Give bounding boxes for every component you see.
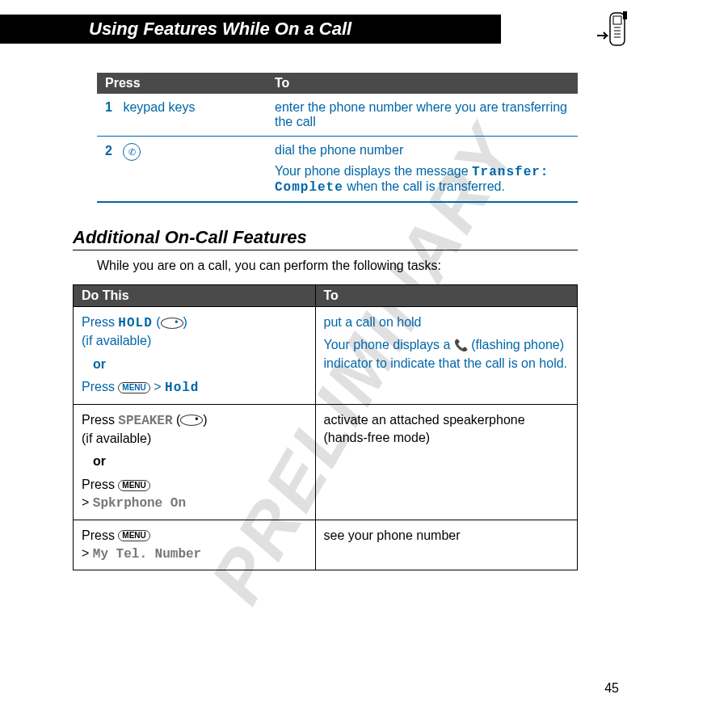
chapter-title: Using Features While On a Call	[0, 15, 501, 44]
to-description: dial the phone number	[275, 143, 570, 158]
table-header: Press	[97, 73, 267, 94]
menu-key-icon: MENU	[118, 480, 149, 491]
menu-key-icon: MENU	[118, 530, 149, 541]
intro-text: While you are on a call, you can perform…	[97, 259, 578, 273]
svg-rect-1	[613, 16, 621, 24]
svg-rect-6	[623, 11, 627, 19]
press-to-table: Press To 1 keypad keys enter the phone n…	[97, 73, 578, 203]
send-key-icon: ✆	[123, 143, 141, 161]
table-row: 1 keypad keys enter the phone number whe…	[97, 94, 578, 137]
chapter-header: Using Features While On a Call	[0, 15, 501, 44]
phone-icon	[592, 11, 631, 55]
flashing-phone-icon: 📞	[454, 338, 468, 354]
table-header: Do This	[74, 285, 316, 307]
table-row: Press MENU > My Tel. Number see your pho…	[74, 520, 578, 570]
step-number: 1	[105, 100, 120, 115]
page-number: 45	[604, 681, 619, 696]
to-description: Your phone displays the message Transfer…	[275, 164, 570, 195]
do-this-to-table: Do This To Press HOLD () (if available) …	[73, 284, 578, 570]
press-action: keypad keys	[123, 100, 195, 114]
table-row: 2 ✆ dial the phone number Your phone dis…	[97, 137, 578, 203]
table-header: To	[267, 73, 578, 94]
table-row: Press SPEAKER () (if available) or Press…	[74, 404, 578, 520]
section-heading: Additional On-Call Features	[73, 227, 578, 250]
table-row: Press HOLD () (if available) or Press ME…	[74, 307, 578, 405]
soft-key-icon	[180, 414, 203, 426]
soft-key-icon	[161, 318, 183, 329]
svg-rect-0	[610, 13, 625, 45]
step-number: 2	[105, 144, 120, 158]
to-description: enter the phone number where you are tra…	[267, 94, 578, 137]
menu-key-icon: MENU	[118, 382, 149, 393]
table-header: To	[315, 285, 577, 307]
